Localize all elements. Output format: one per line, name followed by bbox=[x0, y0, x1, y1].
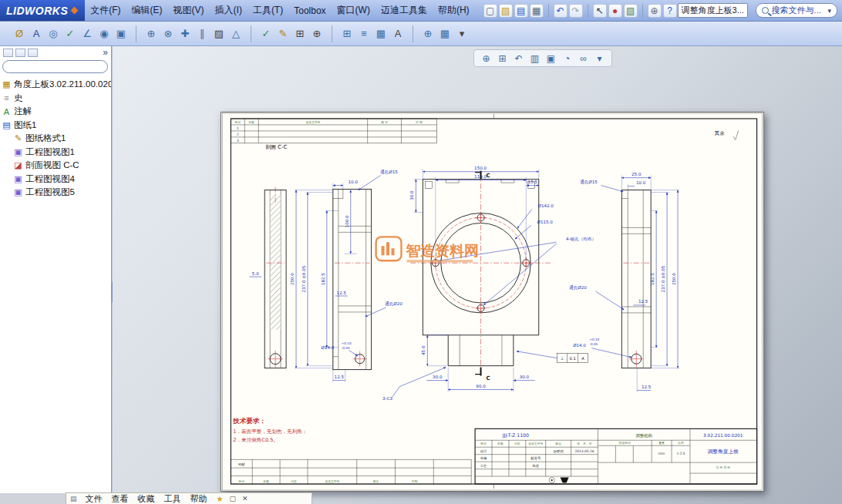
zoom-area-icon[interactable]: ⊞ bbox=[495, 51, 510, 66]
bottom-menu-item[interactable]: 收藏 bbox=[133, 493, 160, 504]
zoom-to-area-icon[interactable]: ⊞ bbox=[292, 26, 308, 42]
tree-item-history[interactable]: ≡ 史 bbox=[0, 92, 111, 106]
config-tab-icon[interactable] bbox=[28, 49, 38, 57]
svg-text:3.02.211.00.0201: 3.02.211.00.0201 bbox=[703, 433, 743, 438]
spell-checker-icon[interactable]: ✓ bbox=[258, 26, 274, 42]
datum-feature-icon[interactable]: ▣ bbox=[113, 26, 129, 42]
watermark-subtitle bbox=[406, 260, 473, 262]
tree-item-sheet[interactable]: ▤ 图纸1 bbox=[0, 119, 111, 133]
maximize-button[interactable]: ▢ bbox=[229, 495, 236, 502]
toolbar-icon[interactable] bbox=[251, 25, 251, 42]
geometric-tolerance-icon[interactable]: ⊕ bbox=[143, 26, 159, 42]
chevron-down-icon: ▾ bbox=[747, 7, 748, 15]
tree-item-drawing-view5[interactable]: ▣ 工程图视图5 bbox=[0, 186, 111, 200]
toolbar-icon[interactable] bbox=[332, 25, 332, 42]
weld-symbol-icon[interactable]: ∠ bbox=[79, 26, 95, 42]
menu-item[interactable]: 迈迪工具集 bbox=[376, 2, 433, 19]
tree-item-drawing-view1[interactable]: ▣ 工程图视图1 bbox=[0, 146, 111, 160]
bom-table-icon[interactable]: ≡ bbox=[356, 26, 372, 42]
undo-icon[interactable]: ↶ bbox=[554, 4, 568, 18]
format-painter-icon[interactable]: ✎ bbox=[275, 26, 291, 42]
menu-item[interactable]: 文件(F) bbox=[85, 2, 126, 19]
balloon-icon[interactable]: ◎ bbox=[45, 26, 61, 42]
previous-view-icon[interactable]: ↶ bbox=[511, 51, 526, 66]
help-icon[interactable]: ? bbox=[663, 4, 677, 18]
tables-icon[interactable]: ⊞ bbox=[339, 26, 355, 42]
menu-item[interactable]: 编辑(E) bbox=[126, 2, 168, 19]
zoom-in-out-icon[interactable]: ⊕ bbox=[309, 26, 325, 42]
crosshair-icon[interactable]: ⊕ bbox=[420, 26, 436, 42]
hide-show-items-icon[interactable]: ∞ bbox=[576, 51, 591, 66]
svg-text:C: C bbox=[486, 375, 490, 381]
options-icon[interactable]: ⊕ bbox=[648, 4, 662, 18]
toolbar-icon[interactable] bbox=[413, 25, 413, 42]
tree-filter-box[interactable] bbox=[2, 60, 108, 73]
grid-icon[interactable]: ▦ bbox=[437, 26, 453, 42]
toolbar-icon[interactable] bbox=[136, 25, 136, 42]
svg-text:技术要求：: 技术要求： bbox=[232, 417, 265, 425]
toolbar-icon[interactable] bbox=[642, 4, 643, 18]
grid-dropdown-icon[interactable]: ▾ bbox=[454, 26, 470, 42]
menu-item[interactable]: 插入(I) bbox=[210, 2, 248, 19]
area-hatch-icon[interactable]: ▨ bbox=[211, 26, 227, 42]
surface-finish-icon[interactable]: ✓ bbox=[62, 26, 78, 42]
toolbar-icon[interactable] bbox=[588, 4, 588, 18]
bottom-menu-item[interactable]: 帮助 bbox=[186, 493, 212, 504]
bottom-menu-item[interactable]: 文件 bbox=[81, 493, 107, 504]
tree-item-drawing-root[interactable]: ▦ 角度上板3.02.211.00.0200 bbox=[0, 78, 111, 92]
tree-item-section-view-cc[interactable]: ◪ 剖面视图 C-C bbox=[0, 159, 111, 173]
bottom-menu-item[interactable]: 查看 bbox=[107, 493, 133, 504]
svg-text:比例: 比例 bbox=[678, 441, 684, 445]
tree-item-label: 史 bbox=[14, 92, 23, 104]
rebuild-icon[interactable]: ● bbox=[608, 4, 622, 18]
engineering-drawing[interactable]: 标记 处数 更改文件号 签 字 日 期 1 2 3 剖面 C-C 其余 bbox=[221, 113, 763, 491]
menu-item[interactable]: 帮助(H) bbox=[433, 2, 475, 19]
smart-dimension-icon[interactable]: Ø bbox=[12, 26, 27, 42]
new-document-icon[interactable]: ▢ bbox=[483, 4, 497, 18]
svg-text:3: 3 bbox=[237, 139, 239, 143]
file-properties-icon[interactable]: ▧ bbox=[624, 4, 638, 18]
svg-text:重量: 重量 bbox=[658, 441, 665, 445]
framed-text-icon[interactable]: A bbox=[390, 26, 406, 42]
note-icon[interactable]: A bbox=[29, 26, 44, 42]
svg-text:通孔Ø20: 通孔Ø20 bbox=[385, 301, 402, 307]
tree-item-drawing-view4[interactable]: ▣ 工程图视图4 bbox=[0, 173, 111, 186]
close-button[interactable]: ✕ bbox=[242, 495, 248, 502]
display-style-icon[interactable]: ◔ bbox=[560, 51, 574, 66]
tree-item-label: 工程图视图5 bbox=[25, 186, 75, 198]
view-settings-icon[interactable]: ▾ bbox=[592, 51, 607, 66]
open-icon[interactable]: ▨ bbox=[499, 4, 513, 18]
tree-item-annotations[interactable]: A 注解 bbox=[0, 105, 111, 119]
property-tab-icon[interactable] bbox=[15, 49, 25, 57]
save-icon[interactable]: ▤ bbox=[514, 4, 528, 18]
menu-item[interactable]: Toolbox bbox=[288, 3, 331, 18]
menu-item[interactable]: 视图(V) bbox=[168, 2, 210, 19]
select-arrow-icon[interactable]: ↖ bbox=[593, 4, 607, 18]
center-mark-icon[interactable]: ✚ bbox=[177, 26, 193, 42]
redo-icon[interactable]: ↷ bbox=[569, 4, 583, 18]
view-orientation-icon[interactable]: ▣ bbox=[544, 51, 558, 66]
drawing-sheet[interactable]: 标记 处数 更改文件号 签 字 日 期 1 2 3 剖面 C-C 其余 bbox=[221, 112, 764, 492]
section-view-icon[interactable]: ▥ bbox=[527, 51, 542, 66]
drawing-canvas[interactable]: ⊕⊞↶▥▣◔∞▾ bbox=[113, 46, 842, 504]
datum-target-icon[interactable]: ⊗ bbox=[160, 26, 176, 42]
centerline-icon[interactable]: ∥ bbox=[194, 26, 210, 42]
tree-item-sheet-format[interactable]: ✎ 图纸格式1 bbox=[0, 132, 111, 146]
hatch-area bbox=[271, 195, 281, 330]
svg-text:分区: 分区 bbox=[291, 479, 297, 483]
feature-tab-icon[interactable] bbox=[3, 49, 13, 57]
menu-item[interactable]: 窗口(W) bbox=[332, 2, 376, 19]
svg-text:237.0 ±0.05: 237.0 ±0.05 bbox=[301, 265, 306, 292]
search-box[interactable]: 搜索文件与... ▾ bbox=[756, 3, 837, 18]
print-icon[interactable]: ▦ bbox=[530, 4, 544, 18]
menu-item[interactable]: 工具(T) bbox=[248, 2, 288, 19]
toolbar-icon[interactable] bbox=[548, 4, 549, 18]
bottom-menu-item[interactable]: 工具 bbox=[160, 493, 186, 504]
hole-callout-icon[interactable]: ◉ bbox=[96, 26, 112, 42]
block-icon[interactable]: ▦ bbox=[373, 26, 389, 42]
document-combo[interactable]: 调整角度上板3... ▾ bbox=[678, 3, 748, 18]
expand-panel-button[interactable]: » bbox=[103, 48, 108, 57]
revision-symbol-icon[interactable]: △ bbox=[228, 26, 244, 42]
zoom-fit-icon[interactable]: ⊕ bbox=[479, 51, 493, 66]
feature-tree-panel: » ▦ 角度上板3.02.211.00.0200 ≡ 史 A 注解 ▤ 图纸1 … bbox=[0, 46, 112, 493]
